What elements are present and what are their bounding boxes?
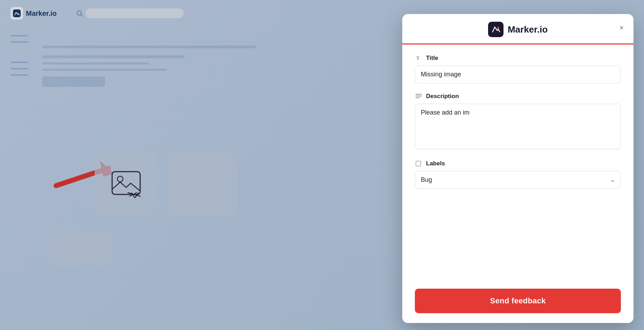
svg-text:T: T [416,56,420,61]
title-label-row: T Title [415,54,621,62]
svg-point-9 [497,27,499,29]
modal-logo-icon [488,22,503,37]
description-icon [415,92,423,100]
title-icon: T [415,54,423,62]
close-button[interactable]: × [617,23,626,33]
feedback-modal: Marker.io × T Title [402,14,633,323]
send-feedback-button[interactable]: Send feedback [415,289,621,313]
modal-logo: Marker.io [488,22,548,37]
description-label: Description [426,93,459,100]
description-textarea[interactable] [415,104,621,149]
labels-select[interactable]: Bug Feature Enhancement Question [415,171,621,188]
modal-body: T Title Description [402,44,633,282]
labels-label: Labels [426,160,445,167]
modal-footer: Send feedback [402,282,633,323]
title-input[interactable] [415,66,621,83]
description-label-row: Description [415,92,621,100]
description-field: Description [415,92,621,151]
title-label: Title [426,55,438,62]
modal-logo-title: Marker.io [508,24,548,35]
labels-label-row: Labels [415,160,621,167]
modal-header: Marker.io × [402,14,633,44]
labels-field: Labels Bug Feature Enhancement Question … [415,160,621,188]
labels-icon [415,160,423,167]
title-field: T Title [415,54,621,83]
marker-io-brand-icon [491,25,500,34]
svg-rect-14 [416,161,421,166]
labels-select-wrapper: Bug Feature Enhancement Question ⌄ [415,171,621,188]
